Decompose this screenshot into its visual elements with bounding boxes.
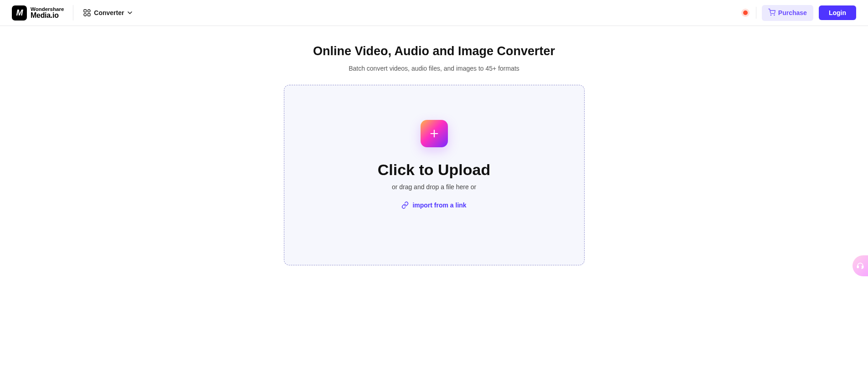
- logo-text: Wondershare Media.io: [31, 6, 64, 20]
- plus-icon: [421, 120, 448, 147]
- svg-rect-0: [84, 10, 87, 12]
- cart-icon: [768, 9, 776, 17]
- chevron-down-icon: [127, 10, 133, 16]
- purchase-button[interactable]: Purchase: [762, 5, 813, 21]
- svg-point-5: [774, 15, 775, 15]
- svg-point-1: [88, 10, 91, 12]
- svg-rect-9: [862, 266, 863, 268]
- nav-converter-label: Converter: [94, 9, 124, 16]
- header-right: Purchase Login: [743, 5, 856, 21]
- apps-icon: [83, 9, 91, 16]
- import-link-label: import from a link: [412, 202, 466, 209]
- upload-dropzone[interactable]: Click to Upload or drag and drop a file …: [284, 85, 585, 265]
- notification-indicator[interactable]: [743, 7, 756, 19]
- header: M Wondershare Media.io Converter: [0, 0, 868, 26]
- svg-rect-8: [857, 266, 858, 268]
- header-left: M Wondershare Media.io Converter: [12, 5, 133, 21]
- logo-icon: M: [12, 5, 27, 21]
- upload-title: Click to Upload: [378, 161, 490, 179]
- headset-icon: [856, 262, 864, 270]
- notification-dot-icon: [743, 10, 748, 15]
- logo-brand-line1: Wondershare: [31, 6, 64, 12]
- logo[interactable]: M Wondershare Media.io: [12, 5, 73, 21]
- svg-point-2: [84, 13, 87, 16]
- import-from-link[interactable]: import from a link: [401, 202, 466, 209]
- upload-subtitle: or drag and drop a file here or: [392, 183, 476, 191]
- svg-rect-3: [88, 14, 91, 16]
- purchase-label: Purchase: [778, 9, 807, 16]
- help-float-button[interactable]: [853, 255, 868, 276]
- link-icon: [401, 202, 409, 209]
- main-content: Online Video, Audio and Image Converter …: [0, 26, 868, 265]
- nav-converter[interactable]: Converter: [83, 9, 133, 16]
- logo-brand-line2: Media.io: [31, 12, 64, 20]
- login-button[interactable]: Login: [819, 5, 856, 20]
- login-label: Login: [829, 9, 846, 16]
- svg-point-4: [770, 15, 771, 15]
- page-title: Online Video, Audio and Image Converter: [313, 44, 555, 58]
- page-subtitle: Batch convert videos, audio files, and i…: [349, 65, 519, 72]
